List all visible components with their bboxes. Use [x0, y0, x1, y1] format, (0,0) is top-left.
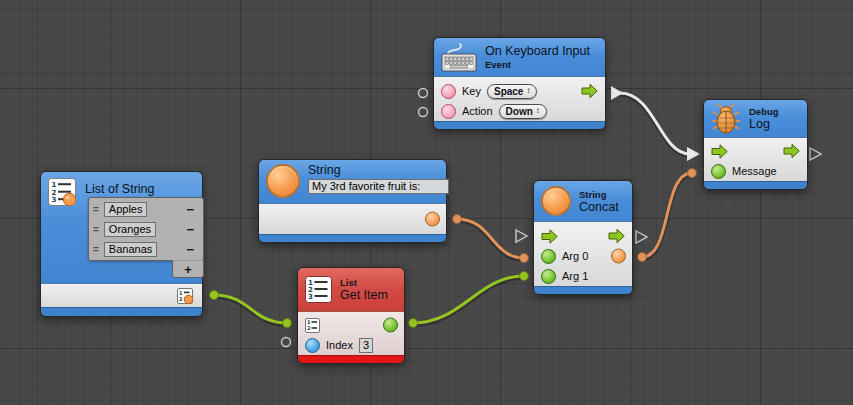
- svg-text:3: 3: [308, 293, 313, 301]
- node-category: List: [340, 277, 388, 288]
- string-icon: [541, 186, 571, 216]
- arg1-label: Arg 1: [562, 270, 588, 282]
- string-value-field[interactable]: My 3rd favorite fruit is:: [308, 179, 449, 194]
- list-item-field[interactable]: Bananas: [104, 242, 157, 257]
- remove-item-button[interactable]: −: [181, 222, 199, 237]
- index-value-field[interactable]: 3: [359, 338, 373, 353]
- graph-canvas[interactable]: On Keyboard Input Event Key Space ↕: [0, 0, 853, 405]
- dropdown-arrow-icon: ↕: [536, 107, 540, 115]
- node-title: Concat: [579, 201, 619, 214]
- node-title: Get Item: [340, 289, 388, 302]
- wire-concat-to-message[interactable]: [638, 169, 697, 262]
- unconnected-flow-concat-in: [516, 230, 527, 242]
- arg1-port[interactable]: [541, 269, 556, 284]
- wire-getitem-to-arg1[interactable]: [409, 272, 529, 328]
- svg-text:2: 2: [179, 295, 183, 301]
- key-port[interactable]: [441, 84, 456, 99]
- key-label: Key: [462, 85, 481, 97]
- keyboard-icon: [441, 43, 477, 72]
- wire-string-to-arg0[interactable]: [453, 215, 529, 263]
- svg-text:2: 2: [307, 325, 311, 331]
- node-list-of-string[interactable]: 123 List of String = Apples − =: [40, 171, 203, 317]
- list-items-panel: = Apples − = Oranges − = Bananas − +: [88, 197, 204, 261]
- arg0-label: Arg 0: [562, 250, 588, 262]
- remove-item-button[interactable]: −: [181, 202, 199, 217]
- node-category: Debug: [749, 106, 779, 117]
- action-dropdown[interactable]: Down ↕: [499, 104, 547, 119]
- item-output-port[interactable]: [383, 318, 398, 333]
- drag-handle-icon[interactable]: =: [93, 224, 99, 235]
- message-label: Message: [732, 165, 777, 177]
- wire-list-to-getitem[interactable]: [210, 291, 292, 328]
- drag-handle-icon[interactable]: =: [93, 244, 99, 255]
- list-item-row: = Bananas −: [89, 239, 203, 259]
- bug-icon: [711, 103, 741, 134]
- node-string-literal[interactable]: String My 3rd favorite fruit is:: [258, 159, 447, 243]
- node-string-concat[interactable]: String Concat Arg 0: [533, 180, 633, 295]
- drag-handle-icon[interactable]: =: [93, 204, 99, 215]
- message-port[interactable]: [711, 164, 726, 179]
- arg0-port[interactable]: [541, 249, 556, 264]
- wire-keyboard-to-log[interactable]: [611, 86, 700, 161]
- list-input-port-icon[interactable]: 12: [305, 318, 320, 333]
- node-subtitle: Event: [485, 59, 590, 70]
- flow-out-arrow-icon[interactable]: [608, 229, 625, 244]
- string-icon: [266, 164, 300, 198]
- flow-in-arrow-icon[interactable]: [541, 229, 558, 244]
- action-port[interactable]: [441, 104, 456, 119]
- list-item-row: = Apples −: [89, 199, 203, 219]
- list-item-row: = Oranges −: [89, 219, 203, 239]
- list-item-field[interactable]: Oranges: [104, 222, 156, 237]
- concat-output-port[interactable]: [611, 249, 626, 264]
- unconnected-flow-concat-out: [636, 231, 647, 243]
- unconnected-flow-log-out: [810, 148, 821, 160]
- node-debug-log[interactable]: Debug Log Message: [703, 99, 808, 190]
- key-dropdown[interactable]: Space ↕: [487, 84, 537, 99]
- dropdown-arrow-icon: ↕: [526, 87, 530, 95]
- unconnected-port-key: [419, 89, 428, 98]
- list-output-port-icon[interactable]: 12: [177, 288, 193, 304]
- list-icon: 123: [48, 178, 77, 207]
- add-item-button[interactable]: +: [172, 260, 204, 278]
- remove-item-button[interactable]: −: [181, 242, 199, 257]
- svg-text:3: 3: [52, 196, 57, 204]
- list-icon: 123: [305, 276, 332, 303]
- node-list-get-item[interactable]: 123 List Get Item 12: [297, 267, 405, 364]
- node-title: String: [308, 164, 449, 177]
- node-title: Log: [749, 118, 779, 131]
- node-title: List of String: [85, 183, 154, 196]
- index-label: Index: [326, 339, 353, 351]
- unconnected-port-index: [282, 338, 291, 347]
- action-label: Action: [462, 105, 493, 117]
- list-item-field[interactable]: Apples: [104, 202, 148, 217]
- flow-out-arrow-icon[interactable]: [581, 84, 598, 99]
- flow-out-arrow-icon[interactable]: [783, 144, 800, 159]
- string-output-port[interactable]: [425, 212, 440, 227]
- node-title: On Keyboard Input: [485, 45, 590, 58]
- unconnected-port-action: [419, 108, 428, 117]
- node-on-keyboard-input[interactable]: On Keyboard Input Event Key Space ↕: [433, 37, 606, 130]
- index-port[interactable]: [305, 338, 320, 353]
- flow-in-arrow-icon[interactable]: [711, 144, 728, 159]
- node-category: String: [579, 189, 619, 200]
